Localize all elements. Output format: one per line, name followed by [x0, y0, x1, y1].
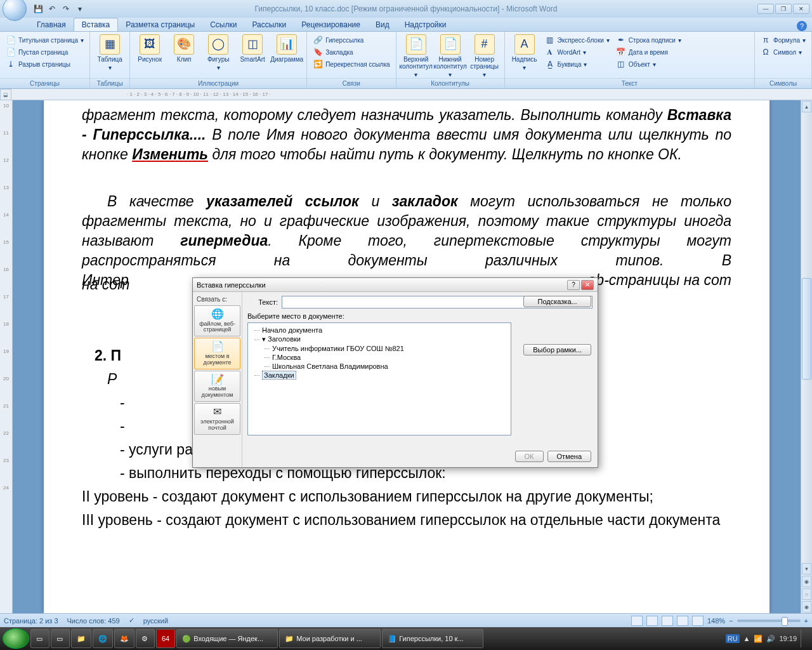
tab-view[interactable]: Вид	[368, 18, 397, 31]
full-screen-view[interactable]	[646, 616, 658, 626]
tree-item[interactable]: Начало документа	[252, 326, 507, 335]
minimize-button[interactable]: —	[757, 4, 774, 14]
tab-addins[interactable]: Надстройки	[397, 18, 454, 31]
close-button[interactable]: ✕	[793, 4, 809, 14]
clip-button[interactable]: 🎨Клип	[168, 34, 200, 63]
task-pin[interactable]: ▭	[30, 629, 49, 648]
equation-button[interactable]: πФормула ▾	[759, 34, 808, 46]
tab-page-layout[interactable]: Разметка страницы	[118, 18, 202, 31]
task-pin[interactable]: ⚙	[136, 629, 155, 648]
label: Заголовки	[268, 335, 301, 343]
smartart-button[interactable]: ◫SmartArt	[237, 34, 268, 63]
tree-item[interactable]: Г.Москва	[252, 353, 507, 362]
link-to-file-web[interactable]: 🌐файлом, веб-страницей	[194, 305, 240, 336]
outline-view[interactable]	[677, 616, 688, 626]
redo-icon[interactable]: ↷	[60, 3, 72, 15]
quick-parts-button[interactable]: ▥Экспресс-блоки ▾	[543, 34, 612, 46]
maximize-button[interactable]: ❐	[775, 4, 792, 14]
tab-review[interactable]: Рецензирование	[294, 18, 368, 31]
dialog-help-button[interactable]: ?	[567, 280, 580, 290]
tray-language[interactable]: RU	[726, 634, 740, 643]
task-pin[interactable]: 🌐	[93, 629, 113, 648]
header-button[interactable]: 📄Верхний колонтитул▾	[400, 34, 432, 78]
task-pin[interactable]: 64	[156, 629, 175, 648]
task-pin[interactable]: 🦊	[114, 629, 134, 648]
table-button[interactable]: ▦Таблица▾	[94, 34, 126, 71]
tray-icon[interactable]: ▲	[743, 635, 750, 642]
picture-button[interactable]: 🖼Рисунок	[134, 34, 166, 63]
zoom-out-icon[interactable]: −	[729, 617, 733, 625]
zoom-level[interactable]: 148%	[707, 617, 725, 625]
link-to-new-doc[interactable]: 📝новым документом	[194, 371, 240, 402]
tab-insert[interactable]: Вставка	[74, 18, 119, 31]
status-language[interactable]: русский	[143, 617, 168, 625]
dialog-close-button[interactable]: ✕	[581, 280, 594, 290]
tab-references[interactable]: Ссылки	[202, 18, 244, 31]
object-button[interactable]: ◫Объект ▾	[614, 58, 683, 70]
bookmark-button[interactable]: 🔖Закладка	[311, 46, 391, 58]
horizontal-ruler[interactable]: ⬓ · 1 · 2 · 3 · 4 · 5 · 6 · 7 · 8 · 9 · …	[0, 89, 812, 100]
help-icon[interactable]: ?	[797, 21, 807, 31]
taskbar-item-word[interactable]: 📘 Гиперссылки, 10 к...	[382, 629, 483, 648]
prev-page-icon[interactable]: ◉	[802, 576, 811, 587]
tab-mailings[interactable]: Рассылки	[244, 18, 294, 31]
status-word-count[interactable]: Число слов: 459	[67, 617, 120, 625]
next-page-icon[interactable]: ◉	[802, 601, 811, 613]
tab-home[interactable]: Главная	[29, 18, 74, 31]
taskbar-item-chrome[interactable]: 🟢 Входящие — Яндек...	[176, 629, 278, 648]
screentip-button[interactable]: Подсказка...	[523, 296, 591, 307]
save-icon[interactable]: 💾	[32, 3, 44, 15]
tree-item[interactable]: Школьная Светлана Владимировна	[252, 362, 507, 371]
tray-clock[interactable]: 19:19	[779, 635, 797, 642]
cross-ref-button[interactable]: 🔁Перекрестная ссылка	[311, 58, 391, 70]
task-pin[interactable]: 📁	[71, 629, 91, 648]
qat-dropdown-icon[interactable]: ▾	[74, 3, 86, 15]
taskbar-item-explorer[interactable]: 📁 Мои разработки и ...	[279, 629, 381, 648]
scroll-down-icon[interactable]: ▼	[802, 563, 811, 574]
chart-button[interactable]: 📊Диаграмма	[271, 34, 303, 63]
zoom-in-icon[interactable]: +	[804, 617, 808, 625]
browse-object-icon[interactable]: ○	[802, 588, 811, 600]
show-desktop[interactable]	[801, 630, 806, 647]
textbox-button[interactable]: AНадпись▾	[509, 34, 540, 71]
scroll-up-icon[interactable]: ▲	[802, 101, 811, 112]
zoom-slider[interactable]	[737, 620, 801, 622]
start-button[interactable]	[3, 628, 29, 649]
symbol-button[interactable]: ΩСимвол ▾	[759, 46, 808, 58]
scroll-thumb[interactable]	[802, 278, 811, 380]
dropcap-button[interactable]: A̲Буквица ▾	[543, 58, 612, 70]
vertical-scrollbar[interactable]: ▲ ▼ ◉ ○ ◉	[801, 100, 812, 613]
task-pin[interactable]: ▭	[51, 629, 70, 648]
hyperlink-button[interactable]: 🔗Гиперссылка	[311, 34, 391, 46]
cancel-button[interactable]: Отмена	[547, 451, 591, 462]
bookmark-icon: 🔖	[313, 47, 323, 57]
cover-page-button[interactable]: 📄Титульная страница ▾	[4, 34, 86, 46]
footer-button[interactable]: 📄Нижний колонтитул▾	[435, 34, 466, 78]
blank-page-button[interactable]: 📄Пустая страница	[4, 46, 86, 58]
page-number-button[interactable]: #Номер страницы▾	[469, 34, 501, 78]
spellcheck-icon[interactable]: ✓	[129, 616, 134, 625]
link-to-place-in-doc[interactable]: 📄местом в документе	[194, 338, 240, 369]
vertical-ruler[interactable]: 10 11 12 13 14 15 16 17 18 19 20 21 22 2…	[0, 100, 13, 613]
web-layout-view[interactable]	[662, 616, 673, 626]
tree-item-bookmarks[interactable]: Закладки	[252, 371, 507, 380]
shapes-button[interactable]: ◯Фигуры▾	[202, 34, 234, 71]
tray-network-icon[interactable]: 📶	[754, 635, 763, 643]
dialog-titlebar[interactable]: Вставка гиперссылки ? ✕	[193, 278, 598, 292]
tree-item-headings[interactable]: ▾ Заголовки	[252, 335, 507, 344]
ok-button[interactable]: ОК	[515, 451, 544, 462]
wordart-button[interactable]: 𝐀WordArt ▾	[543, 46, 612, 58]
tree-item[interactable]: Учитель информатики ГБОУ СОШ №821	[252, 344, 507, 353]
document-tree[interactable]: Начало документа ▾ Заголовки Учитель инф…	[247, 322, 511, 435]
date-time-button[interactable]: 📅Дата и время	[614, 46, 683, 58]
status-page[interactable]: Страница: 2 из 3	[4, 617, 58, 625]
tray-volume-icon[interactable]: 🔊	[766, 635, 775, 643]
draft-view[interactable]	[692, 616, 704, 626]
undo-icon[interactable]: ↶	[46, 3, 58, 15]
target-frame-button[interactable]: Выбор рамки...	[523, 344, 591, 355]
link-to-email[interactable]: ✉электронной почтой	[194, 403, 240, 434]
signature-line-button[interactable]: ✒Строка подписи ▾	[614, 34, 683, 46]
page-break-button[interactable]: ⤓Разрыв страницы	[4, 58, 86, 70]
ruler-corner[interactable]: ⬓	[0, 89, 11, 100]
print-layout-view[interactable]	[631, 616, 643, 626]
